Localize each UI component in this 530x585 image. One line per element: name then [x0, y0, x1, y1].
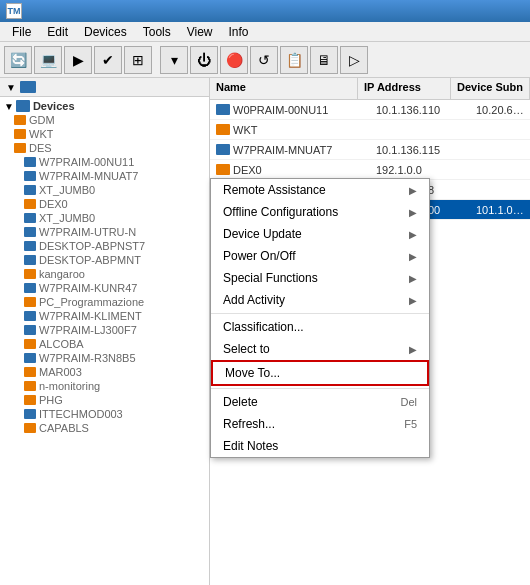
- menu-item-file[interactable]: File: [4, 23, 39, 41]
- ctx-separator-6: [211, 313, 429, 314]
- toolbar: 🔄💻▶✔⊞▾⏻🔴↺📋🖥▷: [0, 42, 530, 78]
- tree-item-4[interactable]: W7PRAIM-MNUAT7: [0, 169, 209, 183]
- ctx-item-special-functions[interactable]: Special Functions▶: [211, 267, 429, 289]
- toolbar-btn-0[interactable]: 🔄: [4, 46, 32, 74]
- tree-item-5[interactable]: XT_JUMB0: [0, 183, 209, 197]
- ctx-label: Remote Assistance: [223, 183, 326, 197]
- ctx-item-refresh---[interactable]: Refresh...F5: [211, 413, 429, 435]
- ctx-shortcut: F5: [404, 418, 417, 430]
- tree-item-6[interactable]: DEX0: [0, 197, 209, 211]
- menu-bar: FileEditDevicesToolsViewInfo: [0, 22, 530, 42]
- ctx-shortcut: Del: [400, 396, 417, 408]
- ctx-arrow-icon: ▶: [409, 185, 417, 196]
- tree-item-16[interactable]: ALCOBA: [0, 337, 209, 351]
- toolbar-btn-5[interactable]: ▾: [160, 46, 188, 74]
- left-panel: ▼ ▼DevicesGDMWKTDESW7PRAIM-00NU11W7PRAIM…: [0, 78, 210, 585]
- col-header-subnet: Device Subn: [451, 78, 530, 99]
- toolbar-btn-3[interactable]: ✔: [94, 46, 122, 74]
- ctx-arrow-icon: ▶: [409, 344, 417, 355]
- ctx-separator-9: [211, 388, 429, 389]
- toolbar-btn-2[interactable]: ▶: [64, 46, 92, 74]
- ctx-label: Classification...: [223, 320, 304, 334]
- col-header-name: Name: [210, 78, 358, 99]
- ctx-item-delete[interactable]: DeleteDel: [211, 391, 429, 413]
- app-icon: TM: [6, 3, 22, 19]
- list-row-3[interactable]: DEX0 192.1.0.0: [210, 160, 530, 180]
- tree-item-7[interactable]: XT_JUMB0: [0, 211, 209, 225]
- tree-item-root[interactable]: ▼Devices: [0, 99, 209, 113]
- toolbar-btn-4[interactable]: ⊞: [124, 46, 152, 74]
- ctx-item-remote-assistance[interactable]: Remote Assistance▶: [211, 179, 429, 201]
- ctx-label: Delete: [223, 395, 258, 409]
- menu-item-edit[interactable]: Edit: [39, 23, 76, 41]
- tree-header: ▼: [0, 78, 209, 97]
- toolbar-btn-6[interactable]: ⏻: [190, 46, 218, 74]
- ctx-arrow-icon: ▶: [409, 251, 417, 262]
- ctx-label: Power On/Off: [223, 249, 295, 263]
- tree-item-22[interactable]: CAPABLS: [0, 421, 209, 435]
- tree-item-15[interactable]: W7PRAIM-LJ300F7: [0, 323, 209, 337]
- menu-item-tools[interactable]: Tools: [135, 23, 179, 41]
- toolbar-btn-10[interactable]: 🖥: [310, 46, 338, 74]
- list-row-1[interactable]: WKT: [210, 120, 530, 140]
- devices-tree-icon: [20, 81, 36, 93]
- tree-content: ▼DevicesGDMWKTDESW7PRAIM-00NU11W7PRAIM-M…: [0, 97, 209, 437]
- col-header-ip: IP Address: [358, 78, 451, 99]
- ctx-label: Move To...: [225, 366, 280, 380]
- toolbar-btn-7[interactable]: 🔴: [220, 46, 248, 74]
- tree-expand-icon[interactable]: ▼: [6, 82, 16, 93]
- toolbar-btn-1[interactable]: 💻: [34, 46, 62, 74]
- ctx-label: Special Functions: [223, 271, 318, 285]
- main-area: ▼ ▼DevicesGDMWKTDESW7PRAIM-00NU11W7PRAIM…: [0, 78, 530, 585]
- tree-item-11[interactable]: kangaroo: [0, 267, 209, 281]
- list-row-2[interactable]: W7PRAIM-MNUAT7 10.1.136.115: [210, 140, 530, 160]
- menu-item-view[interactable]: View: [179, 23, 221, 41]
- ctx-arrow-icon: ▶: [409, 207, 417, 218]
- ctx-label: Select to: [223, 342, 270, 356]
- ctx-item-add-activity[interactable]: Add Activity▶: [211, 289, 429, 311]
- tree-item-19[interactable]: n-monitoring: [0, 379, 209, 393]
- ctx-item-select-to[interactable]: Select to▶: [211, 338, 429, 360]
- toolbar-btn-9[interactable]: 📋: [280, 46, 308, 74]
- tree-item-20[interactable]: PHG: [0, 393, 209, 407]
- tree-item-2[interactable]: DES: [0, 141, 209, 155]
- tree-item-0[interactable]: GDM: [0, 113, 209, 127]
- ctx-label: Device Update: [223, 227, 302, 241]
- list-row-0[interactable]: W0PRAIM-00NU11 10.1.136.110 10.20.64.0/2…: [210, 100, 530, 120]
- ctx-item-edit-notes[interactable]: Edit Notes: [211, 435, 429, 457]
- ctx-item-move-to---[interactable]: Move To...: [211, 360, 429, 386]
- tree-item-13[interactable]: PC_Programmazione: [0, 295, 209, 309]
- tree-item-1[interactable]: WKT: [0, 127, 209, 141]
- toolbar-btn-11[interactable]: ▷: [340, 46, 368, 74]
- tree-item-3[interactable]: W7PRAIM-00NU11: [0, 155, 209, 169]
- title-bar: TM: [0, 0, 530, 22]
- tree-item-14[interactable]: W7PRAIM-KLIMENT: [0, 309, 209, 323]
- tree-item-12[interactable]: W7PRAIM-KUNR47: [0, 281, 209, 295]
- ctx-arrow-icon: ▶: [409, 229, 417, 240]
- ctx-arrow-icon: ▶: [409, 295, 417, 306]
- ctx-item-classification---[interactable]: Classification...: [211, 316, 429, 338]
- ctx-item-offline-configurations[interactable]: Offline Configurations▶: [211, 201, 429, 223]
- menu-item-devices[interactable]: Devices: [76, 23, 135, 41]
- ctx-arrow-icon: ▶: [409, 273, 417, 284]
- ctx-label: Refresh...: [223, 417, 275, 431]
- tree-item-18[interactable]: MAR003: [0, 365, 209, 379]
- tree-item-17[interactable]: W7PRAIM-R3N8B5: [0, 351, 209, 365]
- ctx-item-device-update[interactable]: Device Update▶: [211, 223, 429, 245]
- ctx-label: Offline Configurations: [223, 205, 338, 219]
- tree-item-8[interactable]: W7PRAIM-UTRU-N: [0, 225, 209, 239]
- tree-item-21[interactable]: ITTECHMOD003: [0, 407, 209, 421]
- tree-item-10[interactable]: DESKTOP-ABPMNT: [0, 253, 209, 267]
- toolbar-btn-8[interactable]: ↺: [250, 46, 278, 74]
- ctx-label: Add Activity: [223, 293, 285, 307]
- tree-item-9[interactable]: DESKTOP-ABPNST7: [0, 239, 209, 253]
- list-header: Name IP Address Device Subn: [210, 78, 530, 100]
- ctx-label: Edit Notes: [223, 439, 278, 453]
- menu-item-info[interactable]: Info: [221, 23, 257, 41]
- ctx-item-power-on-off[interactable]: Power On/Off▶: [211, 245, 429, 267]
- context-menu: Remote Assistance▶Offline Configurations…: [210, 178, 430, 458]
